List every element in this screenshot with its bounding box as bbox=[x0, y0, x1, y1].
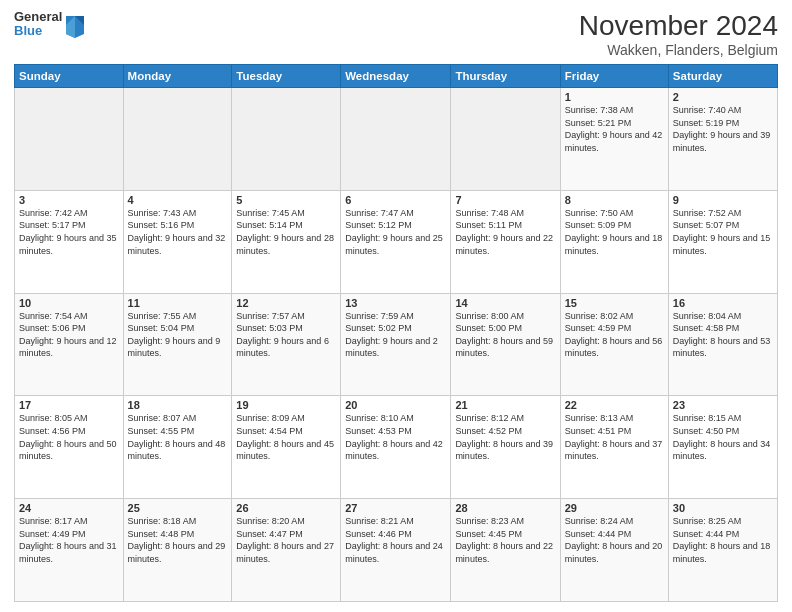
day-number: 3 bbox=[19, 194, 119, 206]
day-cell: 20Sunrise: 8:10 AM Sunset: 4:53 PM Dayli… bbox=[341, 396, 451, 499]
title-block: November 2024 Wakken, Flanders, Belgium bbox=[579, 10, 778, 58]
day-number: 7 bbox=[455, 194, 555, 206]
day-info: Sunrise: 7:43 AM Sunset: 5:16 PM Dayligh… bbox=[128, 207, 228, 257]
day-cell: 8Sunrise: 7:50 AM Sunset: 5:09 PM Daylig… bbox=[560, 190, 668, 293]
page: General Blue November 2024 Wakken, Fland… bbox=[0, 0, 792, 612]
header-friday: Friday bbox=[560, 65, 668, 88]
logo-text: General Blue bbox=[14, 10, 62, 39]
day-cell: 26Sunrise: 8:20 AM Sunset: 4:47 PM Dayli… bbox=[232, 499, 341, 602]
day-cell: 19Sunrise: 8:09 AM Sunset: 4:54 PM Dayli… bbox=[232, 396, 341, 499]
day-info: Sunrise: 8:23 AM Sunset: 4:45 PM Dayligh… bbox=[455, 515, 555, 565]
day-number: 8 bbox=[565, 194, 664, 206]
day-info: Sunrise: 8:05 AM Sunset: 4:56 PM Dayligh… bbox=[19, 412, 119, 462]
day-info: Sunrise: 8:21 AM Sunset: 4:46 PM Dayligh… bbox=[345, 515, 446, 565]
day-number: 5 bbox=[236, 194, 336, 206]
day-cell bbox=[341, 88, 451, 191]
day-info: Sunrise: 8:17 AM Sunset: 4:49 PM Dayligh… bbox=[19, 515, 119, 565]
week-row-3: 17Sunrise: 8:05 AM Sunset: 4:56 PM Dayli… bbox=[15, 396, 778, 499]
day-cell bbox=[451, 88, 560, 191]
day-info: Sunrise: 8:20 AM Sunset: 4:47 PM Dayligh… bbox=[236, 515, 336, 565]
day-number: 1 bbox=[565, 91, 664, 103]
day-cell: 22Sunrise: 8:13 AM Sunset: 4:51 PM Dayli… bbox=[560, 396, 668, 499]
day-number: 18 bbox=[128, 399, 228, 411]
day-cell: 1Sunrise: 7:38 AM Sunset: 5:21 PM Daylig… bbox=[560, 88, 668, 191]
day-info: Sunrise: 7:45 AM Sunset: 5:14 PM Dayligh… bbox=[236, 207, 336, 257]
day-info: Sunrise: 7:52 AM Sunset: 5:07 PM Dayligh… bbox=[673, 207, 773, 257]
day-number: 28 bbox=[455, 502, 555, 514]
calendar-body: 1Sunrise: 7:38 AM Sunset: 5:21 PM Daylig… bbox=[15, 88, 778, 602]
day-info: Sunrise: 7:57 AM Sunset: 5:03 PM Dayligh… bbox=[236, 310, 336, 360]
day-number: 25 bbox=[128, 502, 228, 514]
day-number: 13 bbox=[345, 297, 446, 309]
day-number: 29 bbox=[565, 502, 664, 514]
day-cell: 3Sunrise: 7:42 AM Sunset: 5:17 PM Daylig… bbox=[15, 190, 124, 293]
day-number: 27 bbox=[345, 502, 446, 514]
day-cell: 5Sunrise: 7:45 AM Sunset: 5:14 PM Daylig… bbox=[232, 190, 341, 293]
day-info: Sunrise: 7:50 AM Sunset: 5:09 PM Dayligh… bbox=[565, 207, 664, 257]
day-number: 21 bbox=[455, 399, 555, 411]
day-info: Sunrise: 8:00 AM Sunset: 5:00 PM Dayligh… bbox=[455, 310, 555, 360]
logo: General Blue bbox=[14, 10, 84, 39]
week-row-1: 3Sunrise: 7:42 AM Sunset: 5:17 PM Daylig… bbox=[15, 190, 778, 293]
day-info: Sunrise: 8:25 AM Sunset: 4:44 PM Dayligh… bbox=[673, 515, 773, 565]
day-info: Sunrise: 7:48 AM Sunset: 5:11 PM Dayligh… bbox=[455, 207, 555, 257]
day-cell bbox=[123, 88, 232, 191]
day-number: 19 bbox=[236, 399, 336, 411]
month-title: November 2024 bbox=[579, 10, 778, 42]
day-info: Sunrise: 7:42 AM Sunset: 5:17 PM Dayligh… bbox=[19, 207, 119, 257]
day-info: Sunrise: 8:07 AM Sunset: 4:55 PM Dayligh… bbox=[128, 412, 228, 462]
day-cell: 10Sunrise: 7:54 AM Sunset: 5:06 PM Dayli… bbox=[15, 293, 124, 396]
day-cell: 29Sunrise: 8:24 AM Sunset: 4:44 PM Dayli… bbox=[560, 499, 668, 602]
day-cell: 7Sunrise: 7:48 AM Sunset: 5:11 PM Daylig… bbox=[451, 190, 560, 293]
day-cell: 2Sunrise: 7:40 AM Sunset: 5:19 PM Daylig… bbox=[668, 88, 777, 191]
day-cell: 27Sunrise: 8:21 AM Sunset: 4:46 PM Dayli… bbox=[341, 499, 451, 602]
day-cell: 12Sunrise: 7:57 AM Sunset: 5:03 PM Dayli… bbox=[232, 293, 341, 396]
day-cell: 4Sunrise: 7:43 AM Sunset: 5:16 PM Daylig… bbox=[123, 190, 232, 293]
day-info: Sunrise: 7:38 AM Sunset: 5:21 PM Dayligh… bbox=[565, 104, 664, 154]
day-info: Sunrise: 8:04 AM Sunset: 4:58 PM Dayligh… bbox=[673, 310, 773, 360]
day-number: 15 bbox=[565, 297, 664, 309]
day-number: 4 bbox=[128, 194, 228, 206]
day-cell bbox=[232, 88, 341, 191]
day-cell: 24Sunrise: 8:17 AM Sunset: 4:49 PM Dayli… bbox=[15, 499, 124, 602]
header-row: Sunday Monday Tuesday Wednesday Thursday… bbox=[15, 65, 778, 88]
header-thursday: Thursday bbox=[451, 65, 560, 88]
day-number: 12 bbox=[236, 297, 336, 309]
header-tuesday: Tuesday bbox=[232, 65, 341, 88]
day-info: Sunrise: 8:09 AM Sunset: 4:54 PM Dayligh… bbox=[236, 412, 336, 462]
day-cell: 25Sunrise: 8:18 AM Sunset: 4:48 PM Dayli… bbox=[123, 499, 232, 602]
day-cell: 16Sunrise: 8:04 AM Sunset: 4:58 PM Dayli… bbox=[668, 293, 777, 396]
day-number: 30 bbox=[673, 502, 773, 514]
header-sunday: Sunday bbox=[15, 65, 124, 88]
day-info: Sunrise: 7:54 AM Sunset: 5:06 PM Dayligh… bbox=[19, 310, 119, 360]
day-cell: 6Sunrise: 7:47 AM Sunset: 5:12 PM Daylig… bbox=[341, 190, 451, 293]
logo-line1: General bbox=[14, 10, 62, 24]
day-cell: 28Sunrise: 8:23 AM Sunset: 4:45 PM Dayli… bbox=[451, 499, 560, 602]
day-number: 6 bbox=[345, 194, 446, 206]
day-cell: 9Sunrise: 7:52 AM Sunset: 5:07 PM Daylig… bbox=[668, 190, 777, 293]
week-row-2: 10Sunrise: 7:54 AM Sunset: 5:06 PM Dayli… bbox=[15, 293, 778, 396]
day-info: Sunrise: 7:47 AM Sunset: 5:12 PM Dayligh… bbox=[345, 207, 446, 257]
day-number: 20 bbox=[345, 399, 446, 411]
day-cell: 30Sunrise: 8:25 AM Sunset: 4:44 PM Dayli… bbox=[668, 499, 777, 602]
day-cell: 11Sunrise: 7:55 AM Sunset: 5:04 PM Dayli… bbox=[123, 293, 232, 396]
day-number: 17 bbox=[19, 399, 119, 411]
week-row-4: 24Sunrise: 8:17 AM Sunset: 4:49 PM Dayli… bbox=[15, 499, 778, 602]
day-number: 16 bbox=[673, 297, 773, 309]
day-info: Sunrise: 8:15 AM Sunset: 4:50 PM Dayligh… bbox=[673, 412, 773, 462]
header-wednesday: Wednesday bbox=[341, 65, 451, 88]
day-info: Sunrise: 8:18 AM Sunset: 4:48 PM Dayligh… bbox=[128, 515, 228, 565]
week-row-0: 1Sunrise: 7:38 AM Sunset: 5:21 PM Daylig… bbox=[15, 88, 778, 191]
day-info: Sunrise: 8:02 AM Sunset: 4:59 PM Dayligh… bbox=[565, 310, 664, 360]
location-subtitle: Wakken, Flanders, Belgium bbox=[579, 42, 778, 58]
calendar: Sunday Monday Tuesday Wednesday Thursday… bbox=[14, 64, 778, 602]
day-cell: 23Sunrise: 8:15 AM Sunset: 4:50 PM Dayli… bbox=[668, 396, 777, 499]
day-cell: 21Sunrise: 8:12 AM Sunset: 4:52 PM Dayli… bbox=[451, 396, 560, 499]
day-number: 2 bbox=[673, 91, 773, 103]
day-number: 22 bbox=[565, 399, 664, 411]
day-number: 10 bbox=[19, 297, 119, 309]
day-number: 11 bbox=[128, 297, 228, 309]
day-info: Sunrise: 8:24 AM Sunset: 4:44 PM Dayligh… bbox=[565, 515, 664, 565]
day-info: Sunrise: 8:13 AM Sunset: 4:51 PM Dayligh… bbox=[565, 412, 664, 462]
logo-icon bbox=[64, 12, 84, 36]
